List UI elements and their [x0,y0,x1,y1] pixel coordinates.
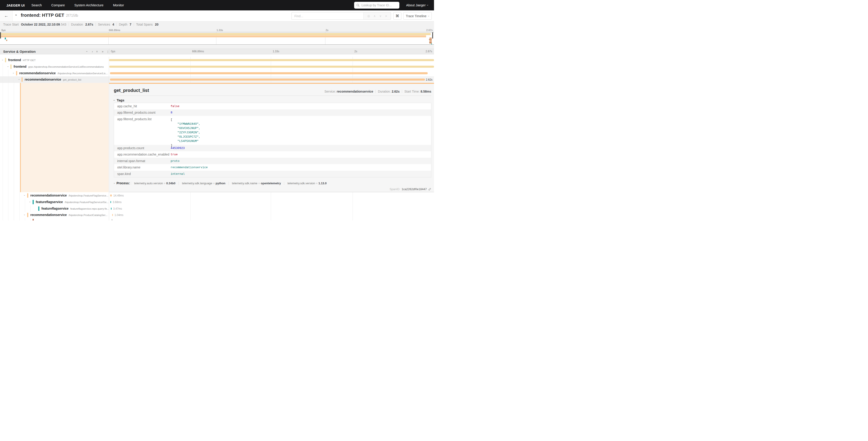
span-bar-cell[interactable] [109,57,434,63]
find-prev-icon[interactable]: ∧ [374,14,376,18]
trace-id-short: 2f715fb [66,13,78,18]
span-bar[interactable] [110,79,425,81]
trace-title: frontend: HTTP GET2f715fb [21,13,78,18]
services-label: Services [98,23,110,26]
chevron-down-icon[interactable]: › [7,66,9,67]
span-id-line: SpanID: 1ca2262df0e18447 [390,187,431,191]
span-bar[interactable] [111,208,112,210]
trace-start-label: Trace Start [3,23,19,26]
collapse-all-icon[interactable]: » [95,51,99,52]
tag-list-value: [ "1YMWWN1N4O", "66VCHSJNUP", "2ZYFJ3GM2… [170,116,200,149]
chevron-down-icon: › [426,5,429,6]
chevron-down-icon[interactable]: › [12,73,15,74]
nav-item-system-architecture[interactable]: System Architecture [74,3,103,7]
span-bar[interactable] [112,219,112,220]
trace-start-value: October 22 2022, 22:10:09 [21,23,60,26]
span-row-get-product-list[interactable]: › recommendationserviceget_product_list … [0,76,434,83]
nav-item-search[interactable]: Search [31,3,42,7]
span-row-partial[interactable] [0,218,434,220]
expand-all-icon[interactable]: » [102,50,103,53]
detail-meta: Service: recommendationservice Duration:… [324,90,431,93]
trace-view-select[interactable]: Trace Timeline › [403,12,432,20]
column-resizer-handle[interactable]: ∥ [107,50,108,53]
find-input[interactable] [291,12,363,20]
span-row-productcatalog[interactable]: › recommendationservice/hipstershop.Prod… [0,212,434,218]
chevron-down-icon[interactable]: › [23,214,26,215]
span-row-frontend-grpc[interactable]: › frontendgrpc.hipstershop.Recommendatio… [0,63,434,70]
total-spans-label: Total Spans [136,23,153,26]
span-bar-cell[interactable]: 14.49ms [109,192,434,199]
span-name-cell[interactable]: › recommendationservice/hipstershop.Reco… [0,70,109,77]
span-bar-cell[interactable]: 2.62s [109,76,434,83]
duration-value: 2.67s [85,23,93,26]
chevron-down-icon[interactable]: › [18,79,21,80]
span-name-cell[interactable]: › frontendgrpc.hipstershop.Recommendatio… [0,63,109,70]
span-name-cell[interactable]: › recommendationservice/hipstershop.Prod… [0,212,109,218]
trace-page-header: ← › frontend: HTTP GET2f715fb ◎ ∧ ∨ × ⌘ … [0,10,434,21]
minimap-scrubber-left[interactable] [0,32,1,38]
span-row-recommendation-listrec[interactable]: › recommendationservice/hipstershop.Reco… [0,70,434,77]
span-name-cell[interactable]: › recommendationserviceget_product_list [0,76,109,83]
span-row-featureflag-getflag[interactable]: › featureflagservice/hipstershop.Feature… [0,199,434,205]
span-bar-cell[interactable] [109,63,434,70]
span-row-featureflag-repo-query[interactable]: featureflagservicefeatureflagservice.rep… [0,205,434,212]
span-bar[interactable] [109,66,434,68]
detail-span-title: get_product_list [114,88,149,93]
tag-row: app.filtered_products.count 8 [114,109,431,116]
span-detail-panel: get_product_list Service: recommendation… [109,83,434,192]
about-jaeger-menu[interactable]: About Jaeger › [406,3,428,7]
detail-service-value: recommendationservice [337,90,373,93]
keyboard-shortcuts-button[interactable]: ⌘ [393,12,401,20]
app-logo: JAEGER UI [6,3,25,7]
span-bar[interactable] [110,195,112,197]
duration-label: Duration [71,23,83,26]
trace-id-lookup-input[interactable] [361,3,397,7]
span-row-featureflag-parent[interactable]: › recommendationservice/hipstershop.Feat… [0,192,434,199]
minimap-span-teal-right [431,43,432,45]
process-accordion[interactable]: › Process: telemetry.auto.version=0.34b0… [114,181,330,185]
back-button[interactable]: ← [0,10,13,21]
total-spans-value: 20 [155,23,159,26]
span-name-cell[interactable]: › featureflagservice/hipstershop.Feature… [0,199,109,205]
service-operation-header: Service & Operation [3,50,35,53]
link-icon[interactable] [428,188,431,191]
chevron-right-icon: › [114,182,115,184]
span-row-frontend-httpget[interactable]: › frontendHTTP GET [0,57,434,63]
nav-item-compare[interactable]: Compare [51,3,65,7]
collapse-one-icon[interactable]: › [85,51,89,52]
find-clear-icon[interactable]: × [385,14,387,18]
span-bar[interactable] [112,214,113,216]
header-tick-2: 1.33s [273,50,279,53]
minimap-scrubber-right[interactable] [432,32,433,38]
tags-table: app.cache_hit false app.filtered_product… [114,103,431,177]
chevron-down-icon[interactable]: › [29,202,31,202]
span-name-cell[interactable]: featureflagservicefeatureflagservice.rep… [0,205,109,212]
span-bar-cell[interactable]: 1.04ms [109,212,434,218]
timeline-minimap[interactable] [0,32,434,45]
span-name-cell[interactable]: › frontendHTTP GET [0,57,109,63]
arrow-left-icon: ← [4,13,8,18]
span-bar-cell[interactable]: 3.47ms [109,205,434,212]
span-bar[interactable] [110,72,428,74]
span-bar-cell[interactable] [109,70,434,77]
minimap-span-recommendation [0,35,426,37]
expand-one-icon[interactable]: › [92,50,93,53]
span-name-cell[interactable]: › recommendationservice/hipstershop.Feat… [0,192,109,199]
chevron-down-icon[interactable]: › [1,60,4,60]
span-name-cell[interactable] [0,218,109,220]
span-bar-cell[interactable] [109,218,434,220]
tags-accordion-header[interactable]: › Tags [114,98,124,102]
process-item: telemetry.auto.version=0.34b0 [131,182,179,185]
top-nav: JAEGER UI Search Compare System Architec… [0,0,434,10]
depth-label: Depth [119,23,127,26]
span-bar[interactable] [109,59,434,61]
trace-summary-bar: Trace Start October 22 2022, 22:10:09.54… [3,23,158,26]
chevron-down-icon[interactable]: › [23,195,26,196]
focus-target-icon[interactable]: ◎ [367,14,370,18]
trace-id-lookup[interactable] [354,2,399,9]
find-next-icon[interactable]: ∨ [379,14,381,18]
span-bar[interactable] [111,201,111,203]
span-bar-cell[interactable]: 3.68ms [109,199,434,205]
collapse-trace-chevron-icon[interactable]: › [14,14,18,16]
nav-item-monitor[interactable]: Monitor [113,3,124,7]
